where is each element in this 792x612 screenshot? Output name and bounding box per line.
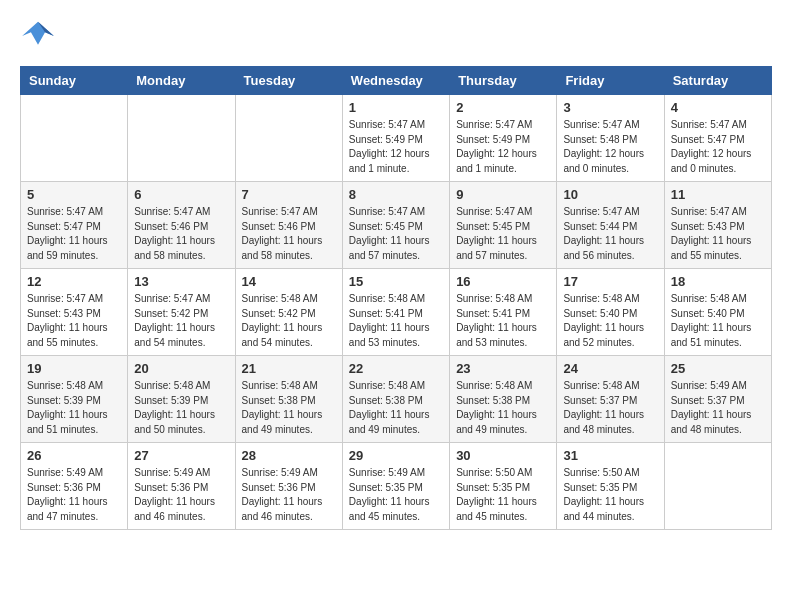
day-info: Sunrise: 5:47 AMSunset: 5:44 PMDaylight:… — [563, 205, 657, 263]
day-number: 22 — [349, 361, 443, 376]
day-header-thursday: Thursday — [450, 67, 557, 95]
day-info: Sunrise: 5:47 AMSunset: 5:47 PMDaylight:… — [27, 205, 121, 263]
day-number: 8 — [349, 187, 443, 202]
calendar-cell: 13Sunrise: 5:47 AMSunset: 5:42 PMDayligh… — [128, 269, 235, 356]
day-number: 31 — [563, 448, 657, 463]
calendar-cell: 12Sunrise: 5:47 AMSunset: 5:43 PMDayligh… — [21, 269, 128, 356]
day-number: 12 — [27, 274, 121, 289]
calendar-cell: 3Sunrise: 5:47 AMSunset: 5:48 PMDaylight… — [557, 95, 664, 182]
day-info: Sunrise: 5:47 AMSunset: 5:47 PMDaylight:… — [671, 118, 765, 176]
day-header-monday: Monday — [128, 67, 235, 95]
day-number: 16 — [456, 274, 550, 289]
day-info: Sunrise: 5:49 AMSunset: 5:37 PMDaylight:… — [671, 379, 765, 437]
calendar-cell — [128, 95, 235, 182]
day-number: 5 — [27, 187, 121, 202]
day-info: Sunrise: 5:47 AMSunset: 5:43 PMDaylight:… — [27, 292, 121, 350]
calendar-cell: 1Sunrise: 5:47 AMSunset: 5:49 PMDaylight… — [342, 95, 449, 182]
day-header-sunday: Sunday — [21, 67, 128, 95]
day-info: Sunrise: 5:47 AMSunset: 5:45 PMDaylight:… — [349, 205, 443, 263]
calendar-cell: 19Sunrise: 5:48 AMSunset: 5:39 PMDayligh… — [21, 356, 128, 443]
calendar-cell: 9Sunrise: 5:47 AMSunset: 5:45 PMDaylight… — [450, 182, 557, 269]
page-header — [20, 20, 772, 50]
day-info: Sunrise: 5:49 AMSunset: 5:36 PMDaylight:… — [242, 466, 336, 524]
calendar-cell: 8Sunrise: 5:47 AMSunset: 5:45 PMDaylight… — [342, 182, 449, 269]
day-info: Sunrise: 5:49 AMSunset: 5:36 PMDaylight:… — [134, 466, 228, 524]
day-number: 18 — [671, 274, 765, 289]
day-info: Sunrise: 5:47 AMSunset: 5:43 PMDaylight:… — [671, 205, 765, 263]
calendar-cell: 26Sunrise: 5:49 AMSunset: 5:36 PMDayligh… — [21, 443, 128, 530]
day-info: Sunrise: 5:48 AMSunset: 5:38 PMDaylight:… — [456, 379, 550, 437]
calendar-cell: 28Sunrise: 5:49 AMSunset: 5:36 PMDayligh… — [235, 443, 342, 530]
calendar-table: SundayMondayTuesdayWednesdayThursdayFrid… — [20, 66, 772, 530]
day-info: Sunrise: 5:47 AMSunset: 5:42 PMDaylight:… — [134, 292, 228, 350]
calendar-cell: 4Sunrise: 5:47 AMSunset: 5:47 PMDaylight… — [664, 95, 771, 182]
calendar-cell: 20Sunrise: 5:48 AMSunset: 5:39 PMDayligh… — [128, 356, 235, 443]
day-number: 6 — [134, 187, 228, 202]
day-info: Sunrise: 5:48 AMSunset: 5:42 PMDaylight:… — [242, 292, 336, 350]
calendar-cell: 29Sunrise: 5:49 AMSunset: 5:35 PMDayligh… — [342, 443, 449, 530]
day-number: 3 — [563, 100, 657, 115]
calendar-cell: 17Sunrise: 5:48 AMSunset: 5:40 PMDayligh… — [557, 269, 664, 356]
day-number: 29 — [349, 448, 443, 463]
day-number: 7 — [242, 187, 336, 202]
day-info: Sunrise: 5:48 AMSunset: 5:41 PMDaylight:… — [456, 292, 550, 350]
day-number: 2 — [456, 100, 550, 115]
week-row-1: 1Sunrise: 5:47 AMSunset: 5:49 PMDaylight… — [21, 95, 772, 182]
day-info: Sunrise: 5:48 AMSunset: 5:38 PMDaylight:… — [242, 379, 336, 437]
day-info: Sunrise: 5:49 AMSunset: 5:35 PMDaylight:… — [349, 466, 443, 524]
calendar-cell: 27Sunrise: 5:49 AMSunset: 5:36 PMDayligh… — [128, 443, 235, 530]
day-number: 20 — [134, 361, 228, 376]
calendar-cell — [664, 443, 771, 530]
day-number: 28 — [242, 448, 336, 463]
day-info: Sunrise: 5:48 AMSunset: 5:41 PMDaylight:… — [349, 292, 443, 350]
logo-icon — [20, 20, 56, 50]
day-info: Sunrise: 5:48 AMSunset: 5:37 PMDaylight:… — [563, 379, 657, 437]
week-row-5: 26Sunrise: 5:49 AMSunset: 5:36 PMDayligh… — [21, 443, 772, 530]
day-number: 27 — [134, 448, 228, 463]
calendar-cell — [235, 95, 342, 182]
day-info: Sunrise: 5:48 AMSunset: 5:40 PMDaylight:… — [671, 292, 765, 350]
day-number: 19 — [27, 361, 121, 376]
day-info: Sunrise: 5:48 AMSunset: 5:39 PMDaylight:… — [134, 379, 228, 437]
calendar-cell: 25Sunrise: 5:49 AMSunset: 5:37 PMDayligh… — [664, 356, 771, 443]
day-number: 17 — [563, 274, 657, 289]
day-header-friday: Friday — [557, 67, 664, 95]
calendar-cell: 11Sunrise: 5:47 AMSunset: 5:43 PMDayligh… — [664, 182, 771, 269]
calendar-cell: 14Sunrise: 5:48 AMSunset: 5:42 PMDayligh… — [235, 269, 342, 356]
day-info: Sunrise: 5:47 AMSunset: 5:48 PMDaylight:… — [563, 118, 657, 176]
day-number: 14 — [242, 274, 336, 289]
day-info: Sunrise: 5:47 AMSunset: 5:46 PMDaylight:… — [242, 205, 336, 263]
day-info: Sunrise: 5:50 AMSunset: 5:35 PMDaylight:… — [456, 466, 550, 524]
week-row-4: 19Sunrise: 5:48 AMSunset: 5:39 PMDayligh… — [21, 356, 772, 443]
calendar-cell: 7Sunrise: 5:47 AMSunset: 5:46 PMDaylight… — [235, 182, 342, 269]
day-info: Sunrise: 5:47 AMSunset: 5:45 PMDaylight:… — [456, 205, 550, 263]
logo — [20, 20, 62, 50]
day-header-tuesday: Tuesday — [235, 67, 342, 95]
calendar-cell: 23Sunrise: 5:48 AMSunset: 5:38 PMDayligh… — [450, 356, 557, 443]
day-number: 24 — [563, 361, 657, 376]
day-header-wednesday: Wednesday — [342, 67, 449, 95]
calendar-cell: 18Sunrise: 5:48 AMSunset: 5:40 PMDayligh… — [664, 269, 771, 356]
day-number: 26 — [27, 448, 121, 463]
calendar-cell — [21, 95, 128, 182]
day-number: 15 — [349, 274, 443, 289]
calendar-header-row: SundayMondayTuesdayWednesdayThursdayFrid… — [21, 67, 772, 95]
day-number: 1 — [349, 100, 443, 115]
day-info: Sunrise: 5:49 AMSunset: 5:36 PMDaylight:… — [27, 466, 121, 524]
day-info: Sunrise: 5:48 AMSunset: 5:39 PMDaylight:… — [27, 379, 121, 437]
day-number: 13 — [134, 274, 228, 289]
day-number: 23 — [456, 361, 550, 376]
day-number: 30 — [456, 448, 550, 463]
day-number: 21 — [242, 361, 336, 376]
day-info: Sunrise: 5:47 AMSunset: 5:49 PMDaylight:… — [349, 118, 443, 176]
day-info: Sunrise: 5:50 AMSunset: 5:35 PMDaylight:… — [563, 466, 657, 524]
day-number: 4 — [671, 100, 765, 115]
calendar-cell: 16Sunrise: 5:48 AMSunset: 5:41 PMDayligh… — [450, 269, 557, 356]
day-info: Sunrise: 5:48 AMSunset: 5:40 PMDaylight:… — [563, 292, 657, 350]
day-info: Sunrise: 5:48 AMSunset: 5:38 PMDaylight:… — [349, 379, 443, 437]
day-number: 9 — [456, 187, 550, 202]
calendar-cell: 24Sunrise: 5:48 AMSunset: 5:37 PMDayligh… — [557, 356, 664, 443]
calendar-cell: 10Sunrise: 5:47 AMSunset: 5:44 PMDayligh… — [557, 182, 664, 269]
calendar-cell: 30Sunrise: 5:50 AMSunset: 5:35 PMDayligh… — [450, 443, 557, 530]
calendar-cell: 5Sunrise: 5:47 AMSunset: 5:47 PMDaylight… — [21, 182, 128, 269]
